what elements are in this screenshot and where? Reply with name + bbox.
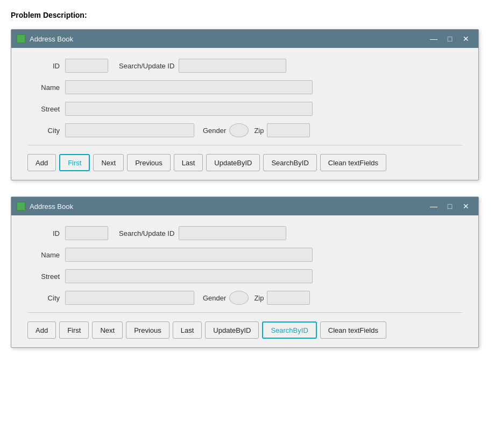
next-button-1[interactable]: Next [93, 154, 124, 171]
gender-input-1[interactable] [231, 125, 246, 136]
id-row-1: ID Search/Update ID [27, 59, 462, 73]
clean-text-fields-button-1[interactable]: Clean textFields [320, 154, 386, 171]
id-label-1: ID [27, 62, 60, 70]
add-button-2[interactable]: Add [27, 321, 56, 339]
gender-input-wrapper-2 [229, 291, 249, 305]
title-bar-1: Address Book — □ ✕ [11, 30, 478, 48]
update-by-id-button-1[interactable]: UpdateByID [206, 154, 260, 171]
window-body-2: ID Search/Update ID Name Street City Gen… [11, 215, 478, 347]
city-row-1: City Gender Zip [27, 123, 462, 137]
search-id-input-2[interactable] [179, 226, 286, 240]
city-input-2[interactable] [65, 291, 194, 305]
maximize-button-2[interactable]: □ [443, 200, 457, 212]
window-title-1: Address Book [30, 35, 427, 43]
update-by-id-button-2[interactable]: UpdateByID [205, 321, 259, 339]
title-bar-controls-2: — □ ✕ [427, 200, 473, 212]
clean-text-fields-button-2[interactable]: Clean textFields [320, 321, 386, 339]
window-body-1: ID Search/Update ID Name Street City Gen… [11, 48, 478, 180]
city-label-1: City [27, 127, 60, 135]
street-label-1: Street [27, 105, 60, 113]
search-update-label-1: Search/Update ID [119, 62, 174, 70]
last-button-2[interactable]: Last [173, 321, 202, 339]
name-label-2: Name [27, 251, 60, 259]
id-input-2[interactable] [65, 226, 108, 240]
search-id-input-1[interactable] [179, 59, 286, 73]
first-button-2[interactable]: First [59, 321, 89, 339]
next-button-2[interactable]: Next [92, 321, 123, 339]
window-title-2: Address Book [30, 202, 427, 211]
city-label-2: City [27, 294, 60, 302]
city-input-1[interactable] [65, 123, 194, 137]
window-2: Address Book — □ ✕ ID Search/Update ID N… [11, 197, 479, 348]
search-by-id-button-1[interactable]: SearchByID [263, 154, 316, 171]
name-row-2: Name [27, 248, 462, 262]
zip-label-2: Zip [254, 294, 264, 302]
gender-label-1: Gender [203, 127, 226, 135]
last-button-1[interactable]: Last [174, 154, 203, 171]
search-update-label-2: Search/Update ID [119, 229, 174, 237]
title-bar-controls-1: — □ ✕ [427, 33, 473, 45]
first-button-1[interactable]: First [59, 154, 90, 171]
name-label-1: Name [27, 83, 60, 92]
city-row-2: City Gender Zip [27, 291, 462, 305]
street-label-2: Street [27, 272, 60, 281]
minimize-button-1[interactable]: — [427, 33, 441, 45]
previous-button-1[interactable]: Previous [127, 154, 171, 171]
button-row-1: Add First Next Previous Last UpdateByID … [27, 154, 462, 171]
previous-button-2[interactable]: Previous [126, 321, 169, 339]
window-1: Address Book — □ ✕ ID Search/Update ID N… [11, 29, 479, 180]
street-row-2: Street [27, 269, 462, 283]
id-input-1[interactable] [65, 59, 108, 73]
zip-label-1: Zip [254, 127, 264, 135]
id-label-2: ID [27, 229, 60, 237]
name-input-1[interactable] [65, 80, 313, 94]
id-row-2: ID Search/Update ID [27, 226, 462, 240]
name-row-1: Name [27, 80, 462, 94]
search-by-id-button-2[interactable]: SearchByID [262, 321, 316, 339]
street-input-2[interactable] [65, 269, 313, 283]
close-button-2[interactable]: ✕ [459, 200, 473, 212]
add-button-1[interactable]: Add [27, 154, 56, 171]
zip-input-1[interactable] [267, 123, 310, 137]
title-bar-2: Address Book — □ ✕ [11, 197, 478, 215]
minimize-button-2[interactable]: — [427, 200, 441, 212]
app-icon-2 [17, 202, 25, 211]
gender-input-2[interactable] [231, 292, 246, 303]
zip-input-2[interactable] [267, 291, 310, 305]
street-row-1: Street [27, 102, 462, 116]
name-input-2[interactable] [65, 248, 313, 262]
button-row-2: Add First Next Previous Last UpdateByID … [27, 321, 462, 339]
problem-description: Problem Description: [11, 11, 491, 19]
gender-label-2: Gender [203, 294, 226, 302]
maximize-button-1[interactable]: □ [443, 33, 457, 45]
gender-input-wrapper-1 [229, 123, 249, 137]
street-input-1[interactable] [65, 102, 313, 116]
app-icon-1 [17, 34, 25, 43]
close-button-1[interactable]: ✕ [459, 33, 473, 45]
